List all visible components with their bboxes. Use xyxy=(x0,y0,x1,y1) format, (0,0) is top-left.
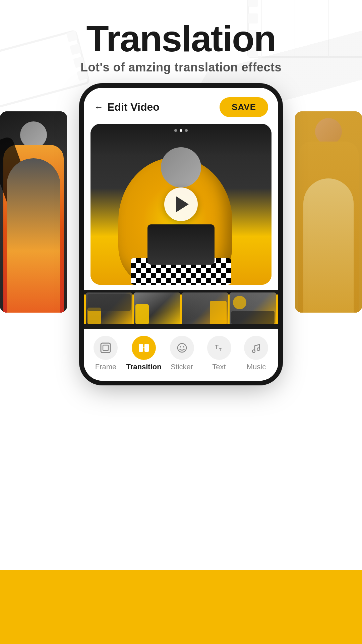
svg-rect-22 xyxy=(101,343,110,353)
svg-point-28 xyxy=(180,346,181,347)
save-button[interactable]: SAVE xyxy=(220,97,268,117)
page-subtitle: Lot's of amzing translation effects xyxy=(13,60,349,74)
thumbnail-1[interactable] xyxy=(86,292,132,326)
yellow-background-bar xyxy=(0,570,362,644)
svg-point-32 xyxy=(252,350,255,353)
video-background xyxy=(90,124,272,285)
header-section: Translation Lot's of amzing translation … xyxy=(0,0,362,85)
page-title: Translation xyxy=(13,20,349,57)
transition-icon xyxy=(138,342,150,354)
music-label: Music xyxy=(247,363,266,371)
back-arrow-icon: ← xyxy=(94,102,103,113)
side-image-left xyxy=(0,111,67,313)
music-icon-wrap xyxy=(244,336,268,360)
video-preview[interactable] xyxy=(90,124,272,285)
thumbnail-4[interactable] xyxy=(230,292,276,326)
sticker-icon xyxy=(176,342,188,354)
text-label: Text xyxy=(212,363,226,371)
phone-mockup-wrapper: ← Edit Video SAVE xyxy=(0,85,362,420)
sticker-label: Sticker xyxy=(171,363,193,371)
play-triangle-icon xyxy=(176,196,189,212)
phone-frame: ← Edit Video SAVE xyxy=(84,88,278,381)
frame-icon-wrap xyxy=(94,336,118,360)
play-button[interactable] xyxy=(164,187,198,221)
svg-rect-24 xyxy=(139,344,143,352)
dot-1 xyxy=(174,129,177,132)
person-photo-left xyxy=(0,111,67,313)
thumbnail-3[interactable] xyxy=(182,292,228,326)
person-photo-right xyxy=(295,111,362,313)
frame-label: Frame xyxy=(95,363,117,371)
toolbar-item-music[interactable]: Music xyxy=(239,336,273,371)
music-icon xyxy=(250,342,262,354)
svg-point-29 xyxy=(183,346,184,347)
svg-point-33 xyxy=(257,348,260,351)
dot-3 xyxy=(185,129,188,132)
text-icon-wrap: T T xyxy=(207,336,231,360)
thumbnail-strip xyxy=(84,290,278,329)
svg-text:T: T xyxy=(219,347,222,352)
toolbar-item-sticker[interactable]: Sticker xyxy=(165,336,199,371)
transition-icon-wrap xyxy=(132,336,156,360)
toolbar-item-frame[interactable]: Frame xyxy=(89,336,122,371)
phone-header: ← Edit Video SAVE xyxy=(84,88,278,124)
svg-rect-23 xyxy=(103,345,108,351)
svg-text:T: T xyxy=(215,344,219,351)
dot-2 xyxy=(180,129,182,132)
toolbar-item-transition[interactable]: Transition xyxy=(126,336,161,371)
thumbnail-2[interactable] xyxy=(134,292,180,326)
svg-rect-25 xyxy=(144,344,149,352)
svg-point-27 xyxy=(178,343,186,352)
toolbar-item-text[interactable]: T T Text xyxy=(202,336,236,371)
text-icon: T T xyxy=(213,342,225,354)
transition-label: Transition xyxy=(126,363,161,371)
screen-title: Edit Video xyxy=(107,101,160,113)
back-button[interactable]: ← Edit Video xyxy=(94,101,160,113)
frame-icon xyxy=(100,342,112,354)
side-image-right xyxy=(295,111,362,313)
bottom-toolbar: Frame Transition xyxy=(84,329,278,381)
video-dots-indicator xyxy=(174,129,188,132)
sticker-icon-wrap xyxy=(170,336,194,360)
